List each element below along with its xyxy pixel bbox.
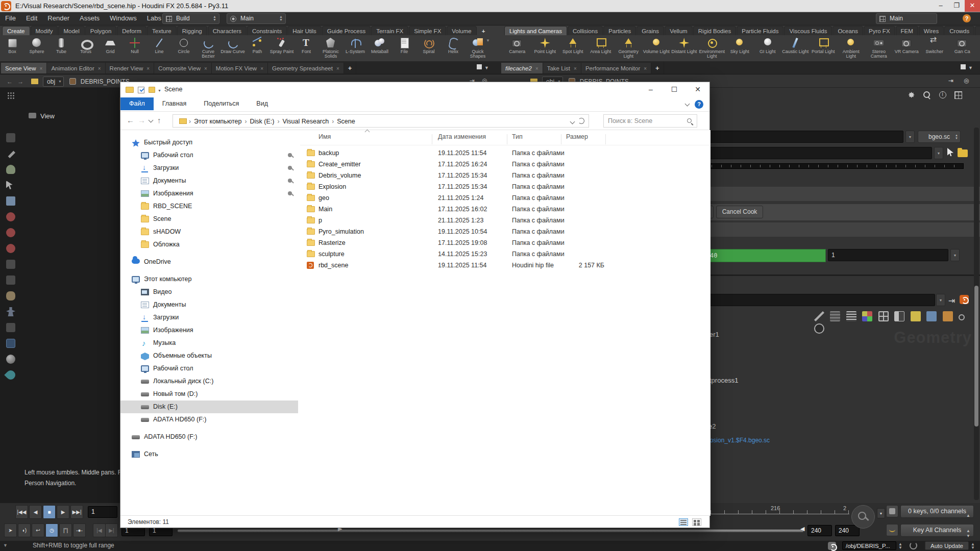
sticky-note-icon[interactable]	[911, 311, 921, 321]
pane-controls-left[interactable]: ▼	[477, 64, 489, 70]
shelf-tab-rigging[interactable]: Rigging	[177, 26, 207, 35]
address-bar[interactable]: ›Этот компьютер›Disk (E:)›Visual Researc…	[173, 114, 589, 128]
shelf-tab-modify[interactable]: Modify	[31, 26, 58, 35]
menu-render[interactable]: Render	[42, 12, 75, 24]
audio-icon[interactable]: ◖)	[18, 523, 31, 537]
ribbon-tab-2[interactable]: Поделиться	[195, 97, 248, 110]
search-icon[interactable]	[922, 90, 932, 99]
nav-forward-icon[interactable]: →	[138, 116, 145, 124]
pointer-tool-icon[interactable]: ➤	[4, 523, 17, 537]
chevron-down-icon[interactable]: ▼	[936, 294, 945, 306]
explorer-help-icon[interactable]: ?	[695, 100, 703, 109]
visibility-icon[interactable]	[814, 323, 824, 334]
table-row[interactable]: Rasterize17.11.2025 19:08Папка с файлами	[300, 237, 710, 248]
explorer-window[interactable]: ▼ Scene – ☐ ✕ ФайлГлавнаяПоделитьсяВид ?…	[120, 82, 710, 528]
grid-icon[interactable]	[953, 90, 963, 99]
shelf-tool-line[interactable]: Line	[147, 36, 172, 61]
sidebar-network[interactable]: Сеть	[120, 448, 298, 461]
realtime-clock-icon[interactable]: ◷	[45, 523, 58, 537]
table-row[interactable]: Pyro_simulation19.11.2025 10:54Папка с ф…	[300, 226, 710, 237]
timeline-ruler[interactable]: 216 2	[710, 507, 849, 514]
desktop-right-selector[interactable]: Main	[876, 13, 937, 24]
shelf-tool-stereo-camera[interactable]: Stereo Camera	[865, 36, 893, 61]
close-tab-icon[interactable]: ×	[40, 66, 43, 71]
ribbon-tab-3[interactable]: Вид	[248, 97, 277, 110]
sidebar-pc-item-5[interactable]: Объемные объекты	[120, 349, 298, 362]
pick-cursor-icon[interactable]	[946, 148, 954, 158]
shelf-tab-collisions[interactable]: Collisions	[568, 26, 603, 35]
search-input[interactable]: Поиск в: Scene	[603, 114, 697, 128]
shelf-tab-hair-utils[interactable]: Hair Utils	[287, 26, 322, 35]
table-row[interactable]: backup19.11.2025 11:54Папка с файлами	[300, 147, 710, 159]
shelf-tab-add[interactable]: +	[477, 27, 490, 35]
tick-display-icon[interactable]: |''|	[59, 523, 72, 537]
shelf-tool-null[interactable]: Null	[122, 36, 147, 61]
new-folder-icon[interactable]	[149, 87, 155, 93]
address-dropdown-icon[interactable]	[570, 119, 575, 124]
shelf-tool-gi-light[interactable]: GI Light	[754, 36, 782, 61]
maximize-button[interactable]: ❐	[949, 0, 964, 12]
list-view-icon[interactable]	[846, 311, 856, 321]
shelf-tool-environment-light[interactable]: Environment Light	[698, 36, 726, 61]
shelf-tool-portal-light[interactable]: Portal Light	[810, 36, 838, 61]
sidebar-item-4[interactable]: RBD_SCENE	[120, 200, 298, 213]
breadcrumb-item[interactable]: Visual Research	[280, 118, 331, 125]
pane-tab-add[interactable]: +	[651, 62, 664, 74]
shelf-tool-path[interactable]: Path	[245, 36, 270, 61]
dim-icon[interactable]	[6, 276, 15, 285]
explorer-maximize-button[interactable]: ☐	[663, 82, 686, 97]
sphere-icon[interactable]	[6, 355, 15, 364]
close-button[interactable]: ✕	[965, 0, 980, 12]
table-row[interactable]: p21.11.2025 1:23Папка с файлами	[300, 215, 710, 226]
shelf-tool-switcher[interactable]: Switcher	[921, 36, 949, 61]
hand-icon[interactable]	[6, 291, 15, 300]
scrollbar-thumb[interactable]	[974, 286, 978, 427]
shelf-tool-sphere[interactable]: Sphere	[24, 36, 49, 61]
next-key-button[interactable]: ▶|	[105, 523, 118, 537]
shelf-tool-grid[interactable]: Grid	[98, 36, 122, 61]
table-row[interactable]: Debris_volume17.11.2025 15:34Папка с фай…	[300, 170, 710, 181]
info-icon[interactable]	[938, 90, 947, 99]
current-frame-field[interactable]: 1	[88, 506, 117, 518]
table-row[interactable]: Explosion17.11.2025 15:34Папка с файлами	[300, 181, 710, 192]
channel-scope-icon[interactable]	[886, 524, 898, 536]
table-row[interactable]: sculpture14.11.2025 15:23Папка с файлами	[300, 248, 710, 260]
nav-back-icon[interactable]: ←	[127, 116, 134, 124]
jump-start-button[interactable]: |◀◀	[15, 505, 28, 519]
sidebar-onedrive[interactable]: OneDrive	[120, 256, 298, 268]
menu-assets[interactable]: Assets	[75, 12, 105, 24]
ribbon-expand-icon[interactable]	[685, 102, 690, 107]
explorer-close-button[interactable]: ✕	[686, 82, 709, 97]
sidebar-pc-item-6[interactable]: Рабочий стол	[120, 362, 298, 375]
key-dropdown-icon[interactable]: ▼	[877, 508, 885, 518]
shelf-tool-circle[interactable]: Circle	[172, 36, 196, 61]
teal-icon[interactable]	[4, 368, 17, 381]
close-tab-icon[interactable]: ×	[644, 66, 647, 71]
breadcrumb[interactable]: ›Этот компьютер›Disk (E:)›Visual Researc…	[176, 117, 357, 125]
shelf-tool-l-system[interactable]: L-System	[343, 36, 368, 61]
shelf-tab-rigid-bodies[interactable]: Rigid Bodies	[693, 26, 737, 35]
tree-view-icon[interactable]	[830, 311, 840, 321]
properties-check-icon[interactable]	[138, 87, 144, 93]
current-node-path[interactable]: /obj/DEBRIS_P...	[842, 541, 896, 550]
viewport-view-menu[interactable]: View	[29, 112, 55, 120]
pane-tab-take-list[interactable]: Take List×	[543, 63, 581, 73]
close-tab-icon[interactable]: ×	[260, 66, 263, 71]
shelf-tab-vellum[interactable]: Vellum	[665, 26, 693, 35]
pin-icon[interactable]	[288, 179, 292, 183]
node-label[interactable]: er1	[709, 331, 719, 338]
range-end-field2[interactable]: 240	[835, 525, 860, 536]
nav-up-icon[interactable]: ↑	[157, 116, 161, 124]
shelf-tool-ambient-light[interactable]: Ambient Light	[837, 36, 865, 61]
chevron-down-icon[interactable]: ▼	[905, 131, 915, 143]
range-end-handle[interactable]: ◀	[800, 525, 804, 532]
layout-icon[interactable]	[894, 311, 904, 321]
ribbon-tab-1[interactable]: Главная	[154, 97, 195, 110]
brush-icon[interactable]	[6, 165, 15, 174]
shelf-tool-volume-light[interactable]: Volume Light	[643, 36, 671, 61]
table-row[interactable]: rbd_scene19.11.2025 11:54Houdini hip fil…	[300, 260, 710, 271]
node-label[interactable]: tprocess1	[709, 377, 738, 384]
pane-tab-motion-fx-view[interactable]: Motion FX View×	[212, 63, 268, 73]
shelf-tab-fem[interactable]: FEM	[896, 26, 918, 35]
shelf-tool-torus[interactable]: Torus	[74, 36, 98, 61]
